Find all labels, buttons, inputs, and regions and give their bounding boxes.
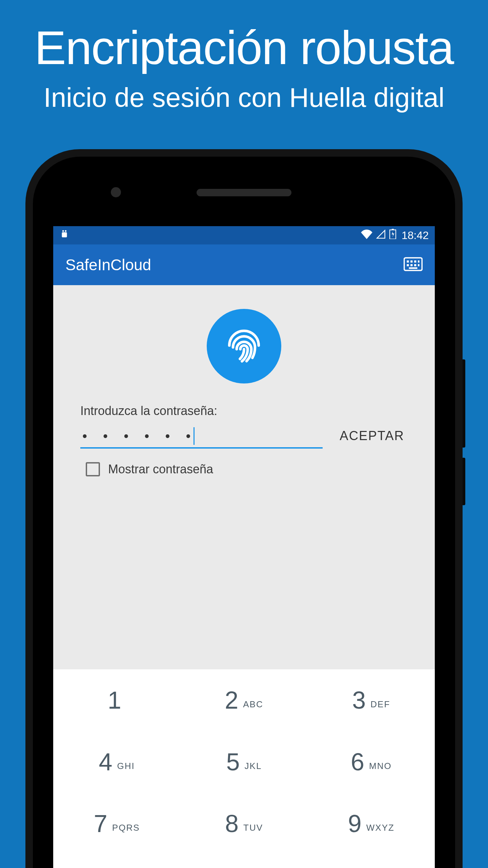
status-clock: 18:42 xyxy=(402,229,429,242)
key-letters: PQRS xyxy=(112,823,140,833)
svg-rect-4 xyxy=(392,229,394,230)
key-letters: TUV xyxy=(243,823,263,833)
key-4[interactable]: 4GHI xyxy=(53,731,180,793)
key-letters: JKL xyxy=(245,761,262,771)
phone-frame: 18:42 SafeInCloud xyxy=(25,149,463,868)
password-mask: • • • • • • xyxy=(80,429,197,444)
svg-rect-10 xyxy=(407,264,409,266)
key-digit: 5 xyxy=(226,748,240,776)
key-digit: 3 xyxy=(352,686,366,714)
promo-title: Encriptación robusta xyxy=(0,0,488,75)
key-1[interactable]: 1 xyxy=(53,669,180,731)
key-letters: WXYZ xyxy=(366,823,394,833)
debug-icon xyxy=(59,229,69,242)
phone-volume-button xyxy=(463,359,465,448)
svg-rect-8 xyxy=(414,260,416,262)
key-digit: 7 xyxy=(94,810,107,837)
key-6[interactable]: 6MNO xyxy=(308,731,435,793)
keyboard-toggle-icon[interactable] xyxy=(404,257,423,273)
key-letters: GHI xyxy=(117,761,135,771)
key-2[interactable]: 2ABC xyxy=(180,669,307,731)
key-digit: 6 xyxy=(351,748,364,776)
key-9[interactable]: 9WXYZ xyxy=(308,793,435,854)
key-letters: MNO xyxy=(369,761,392,771)
key-backspace[interactable] xyxy=(53,854,180,868)
svg-rect-12 xyxy=(414,264,416,266)
svg-rect-13 xyxy=(418,264,420,266)
key-digit: 9 xyxy=(348,810,362,837)
key-digit: 4 xyxy=(99,748,113,776)
svg-point-1 xyxy=(62,230,64,232)
svg-point-2 xyxy=(65,230,66,232)
svg-rect-6 xyxy=(407,260,409,262)
svg-rect-9 xyxy=(418,260,420,262)
show-password-checkbox[interactable] xyxy=(86,462,100,476)
key-8[interactable]: 8TUV xyxy=(180,793,307,854)
password-label: Introduzca la contraseña: xyxy=(80,404,408,418)
accept-button[interactable]: ACEPTAR xyxy=(336,429,408,449)
phone-camera xyxy=(111,187,121,197)
key-letters: DEF xyxy=(370,699,390,710)
svg-rect-11 xyxy=(410,264,412,266)
app-bar: SafeInCloud xyxy=(53,244,435,285)
battery-charging-icon xyxy=(389,229,396,242)
numeric-keypad: 1 2ABC 3DEF 4GHI 5JKL 6MNO 7PQRS 8TUV 9W… xyxy=(53,669,435,868)
key-letters: ABC xyxy=(243,699,263,710)
svg-rect-0 xyxy=(62,232,67,237)
key-7[interactable]: 7PQRS xyxy=(53,793,180,854)
key-0[interactable]: 0+ xyxy=(180,854,307,868)
fingerprint-icon xyxy=(222,323,266,369)
key-digit: 8 xyxy=(225,810,239,837)
password-input[interactable]: • • • • • • xyxy=(80,425,323,449)
promo-subtitle: Inicio de sesión con Huella digital xyxy=(0,82,488,113)
status-bar: 18:42 xyxy=(53,226,435,244)
fingerprint-button[interactable] xyxy=(207,309,281,383)
key-ok[interactable] xyxy=(308,854,435,868)
phone-power-button xyxy=(463,458,465,505)
text-caret xyxy=(194,427,195,445)
device-screen: 18:42 SafeInCloud xyxy=(53,226,435,868)
svg-rect-7 xyxy=(410,260,412,262)
phone-speaker xyxy=(197,189,291,196)
key-digit: 1 xyxy=(108,686,121,714)
wifi-icon xyxy=(361,229,372,242)
key-digit: 2 xyxy=(225,686,238,714)
show-password-label: Mostrar contraseña xyxy=(108,462,213,476)
key-5[interactable]: 5JKL xyxy=(180,731,307,793)
key-3[interactable]: 3DEF xyxy=(308,669,435,731)
cell-signal-icon xyxy=(376,229,386,242)
svg-rect-14 xyxy=(409,267,418,269)
login-panel: Introduzca la contraseña: • • • • • • AC… xyxy=(53,285,435,669)
app-title: SafeInCloud xyxy=(65,256,404,274)
